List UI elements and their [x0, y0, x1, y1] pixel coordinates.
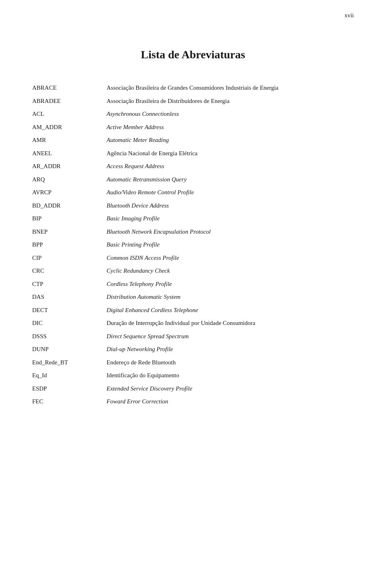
- abbreviation-term: ESDP: [32, 384, 107, 393]
- abbreviation-definition: Distribution Automatic System: [107, 292, 354, 302]
- abbreviation-term: ARQ: [32, 175, 107, 184]
- abbreviation-definition: Foward Error Correction: [107, 397, 354, 406]
- abbreviation-term: AM_ADDR: [32, 123, 107, 132]
- abbreviation-definition: Duração de Interrupção Individual por Un…: [107, 319, 354, 328]
- list-item: BNEPBluetooth Network Encapsulation Prot…: [32, 227, 354, 236]
- list-item: ABRADEEAssociação Brasileira de Distribu…: [32, 97, 354, 106]
- abbreviation-term: AMR: [32, 136, 107, 145]
- page-number: xvii: [345, 12, 354, 19]
- abbreviation-definition: Basic Imaging Profile: [107, 214, 354, 223]
- abbreviation-term: DECT: [32, 306, 107, 315]
- list-item: AMRAutomatic Meter Reading: [32, 136, 354, 145]
- list-item: DSSSDirect Sequence Spread Spectrum: [32, 332, 354, 341]
- abbreviation-term: BNEP: [32, 227, 107, 236]
- list-item: BPPBasic Printing Profile: [32, 240, 354, 249]
- list-item: AM_ADDRActive Member Address: [32, 123, 354, 132]
- list-item: ANEELAgência Nacional de Energia Elétric…: [32, 149, 354, 158]
- abbreviation-term: AVRCP: [32, 188, 107, 197]
- abbreviation-definition: Associação Brasileira de Grandes Consumi…: [107, 83, 354, 93]
- list-item: CIPCommon ISDN Access Profile: [32, 253, 354, 263]
- page-title: Lista de Abreviaturas: [32, 48, 354, 61]
- abbreviation-term: DUNP: [32, 345, 107, 354]
- list-item: CTPCordless Telephony Profile: [32, 280, 354, 289]
- abbreviation-definition: Automatic Meter Reading: [107, 136, 354, 145]
- abbreviation-term: DSSS: [32, 332, 107, 341]
- list-item: ACLAsynchronous Connectionless: [32, 109, 354, 119]
- abbreviation-definition: Dial-up Networking Profile: [107, 345, 354, 354]
- abbreviation-definition: Agência Nacional de Energia Elétrica: [107, 149, 354, 158]
- abbreviation-list: ABRACEAssociação Brasileira de Grandes C…: [32, 83, 354, 406]
- abbreviation-definition: Bluetooth Device Address: [107, 201, 354, 210]
- list-item: BD_ADDRBluetooth Device Address: [32, 201, 354, 210]
- abbreviation-definition: Direct Sequence Spread Spectrum: [107, 332, 354, 341]
- list-item: DUNPDial-up Networking Profile: [32, 345, 354, 354]
- abbreviation-definition: Common ISDN Access Profile: [107, 253, 354, 263]
- abbreviation-term: BD_ADDR: [32, 201, 107, 210]
- abbreviation-definition: Endereço de Rede Bluetooth: [107, 358, 354, 367]
- abbreviation-definition: Digital Enhanced Cordless Telephone: [107, 306, 354, 315]
- abbreviation-term: BIP: [32, 214, 107, 223]
- abbreviation-definition: Cordless Telephony Profile: [107, 280, 354, 289]
- abbreviation-term: ANEEL: [32, 149, 107, 158]
- abbreviation-definition: Audio/Video Remote Control Profile: [107, 188, 354, 197]
- abbreviation-term: CTP: [32, 280, 107, 289]
- list-item: DECTDigital Enhanced Cordless Telephone: [32, 306, 354, 315]
- abbreviation-definition: Access Request Address: [107, 162, 354, 171]
- abbreviation-term: Eq_Id: [32, 371, 107, 380]
- abbreviation-definition: Automatic Retransmission Query: [107, 175, 354, 184]
- abbreviation-term: FEC: [32, 397, 107, 406]
- abbreviation-definition: Identificação do Equipamento: [107, 371, 354, 380]
- list-item: Eq_IdIdentificação do Equipamento: [32, 371, 354, 380]
- abbreviation-term: ABRACE: [32, 83, 107, 93]
- list-item: FECFoward Error Correction: [32, 397, 354, 406]
- list-item: AVRCPAudio/Video Remote Control Profile: [32, 188, 354, 197]
- abbreviation-term: AR_ADDR: [32, 162, 107, 171]
- abbreviation-definition: Basic Printing Profile: [107, 240, 354, 249]
- abbreviation-term: End_Rede_BT: [32, 358, 107, 367]
- abbreviation-term: DIC: [32, 319, 107, 328]
- abbreviation-definition: Active Member Address: [107, 123, 354, 132]
- abbreviation-term: CRC: [32, 266, 107, 275]
- abbreviation-term: ACL: [32, 109, 107, 119]
- abbreviation-definition: Asynchronous Connectionless: [107, 109, 354, 119]
- abbreviation-definition: Bluetooth Network Encapsulation Protocol: [107, 227, 354, 236]
- abbreviation-definition: Associação Brasileira de Distribuidores …: [107, 97, 354, 106]
- abbreviation-term: CIP: [32, 253, 107, 263]
- abbreviation-definition: Cyclic Redundancy Check: [107, 266, 354, 275]
- abbreviation-term: ABRADEE: [32, 97, 107, 106]
- list-item: End_Rede_BTEndereço de Rede Bluetooth: [32, 358, 354, 367]
- abbreviation-definition: Extended Service Discovery Profile: [107, 384, 354, 393]
- list-item: ABRACEAssociação Brasileira de Grandes C…: [32, 83, 354, 93]
- abbreviation-term: DAS: [32, 292, 107, 302]
- list-item: DICDuração de Interrupção Individual por…: [32, 319, 354, 328]
- list-item: ESDPExtended Service Discovery Profile: [32, 384, 354, 393]
- list-item: AR_ADDRAccess Request Address: [32, 162, 354, 171]
- list-item: ARQAutomatic Retransmission Query: [32, 175, 354, 184]
- abbreviation-term: BPP: [32, 240, 107, 249]
- list-item: BIPBasic Imaging Profile: [32, 214, 354, 223]
- list-item: DASDistribution Automatic System: [32, 292, 354, 302]
- list-item: CRCCyclic Redundancy Check: [32, 266, 354, 275]
